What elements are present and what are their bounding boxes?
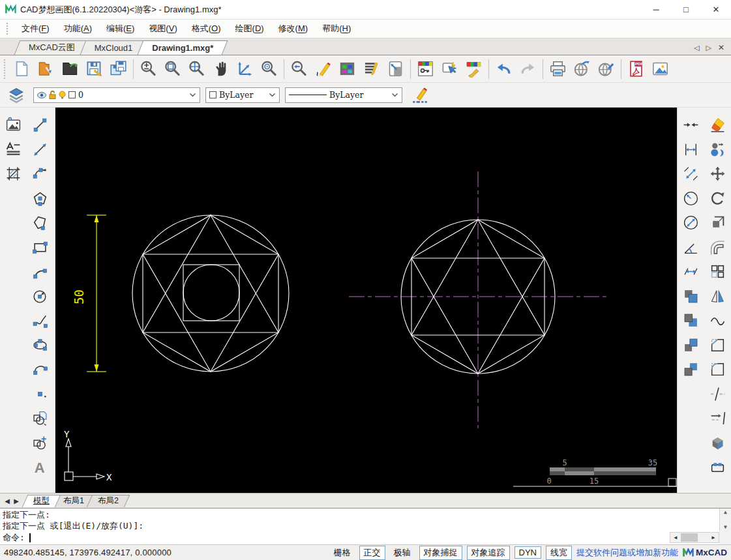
tab-close-icon[interactable]: ✕ bbox=[718, 43, 724, 52]
layers-button[interactable] bbox=[4, 83, 28, 107]
block-insert-button[interactable] bbox=[29, 406, 52, 431]
zoom-window-button[interactable] bbox=[160, 57, 185, 81]
break-button[interactable] bbox=[707, 382, 729, 407]
ellipse-button[interactable] bbox=[29, 333, 52, 358]
web-publish-button[interactable] bbox=[570, 57, 594, 81]
line-button[interactable] bbox=[29, 113, 52, 138]
pan-button[interactable] bbox=[209, 57, 233, 81]
text-format-button[interactable] bbox=[3, 138, 25, 162]
page-setup-button[interactable] bbox=[383, 57, 408, 81]
polyline-edit-button[interactable] bbox=[707, 308, 729, 333]
open-folder-button[interactable] bbox=[58, 57, 82, 81]
pdf-export-button[interactable]: PDF bbox=[624, 57, 648, 81]
doc-tab-1[interactable]: MxCloud1 bbox=[83, 40, 145, 55]
draw-pencil-button[interactable] bbox=[311, 57, 335, 81]
linewidth-button[interactable] bbox=[408, 83, 432, 107]
open-drawing-button[interactable] bbox=[34, 57, 58, 81]
status-toggle-4[interactable]: 对象追踪 bbox=[467, 546, 510, 560]
web-open-button[interactable] bbox=[594, 57, 618, 81]
menu-item-4[interactable]: 格式(O) bbox=[185, 20, 228, 37]
move-button[interactable] bbox=[707, 162, 729, 186]
dim-join-button[interactable] bbox=[680, 113, 702, 138]
command-hscrollbar[interactable]: ◀ ▶ bbox=[670, 532, 719, 543]
copy-button[interactable] bbox=[707, 138, 729, 162]
layer-manager-button[interactable] bbox=[413, 57, 438, 81]
layout-tab-2[interactable]: 布局2 bbox=[89, 495, 127, 507]
stretch-button[interactable] bbox=[707, 455, 729, 480]
menu-item-3[interactable]: 视图(V) bbox=[142, 20, 184, 37]
zoom-extents-button[interactable] bbox=[185, 57, 209, 81]
arc-button[interactable] bbox=[29, 162, 52, 186]
mirror-button[interactable] bbox=[707, 284, 729, 309]
layout-prev-arrow[interactable]: ◀ bbox=[3, 497, 12, 505]
linetype-dropdown-chevron[interactable] bbox=[389, 93, 400, 98]
polyline-button[interactable] bbox=[29, 211, 52, 235]
status-toggle-0[interactable]: 栅格 bbox=[330, 546, 355, 559]
scroll-left-icon[interactable]: ◀ bbox=[670, 535, 681, 540]
dim-linear-button[interactable] bbox=[680, 138, 702, 162]
polygon-button[interactable] bbox=[29, 186, 52, 211]
drawing-canvas[interactable]: 50 bbox=[55, 108, 677, 493]
color-palette-button[interactable] bbox=[335, 57, 359, 81]
format-brush-button[interactable] bbox=[462, 57, 486, 81]
redo-button[interactable] bbox=[516, 57, 540, 81]
layer-select[interactable]: 0 bbox=[33, 87, 200, 103]
scroll-down-icon[interactable]: ▼ bbox=[724, 524, 727, 530]
xline-button[interactable] bbox=[29, 138, 52, 162]
ucs-axes-button[interactable] bbox=[233, 57, 257, 81]
print-button[interactable] bbox=[546, 57, 570, 81]
layout-next-arrow[interactable]: ▶ bbox=[12, 497, 21, 505]
doc-tab-2[interactable]: Drawing1.mxg* bbox=[140, 40, 225, 55]
new-file-button[interactable] bbox=[10, 57, 34, 81]
undo-button[interactable] bbox=[492, 57, 516, 81]
point-button[interactable] bbox=[29, 382, 52, 407]
status-toggle-6[interactable]: 线宽 bbox=[546, 546, 572, 560]
hscroll-thumb[interactable] bbox=[681, 533, 698, 542]
spline-button[interactable] bbox=[29, 308, 52, 333]
erase-button[interactable] bbox=[707, 113, 729, 138]
zoom-previous-button[interactable] bbox=[287, 57, 311, 81]
circle-button[interactable] bbox=[29, 284, 52, 309]
zoom-scale-button[interactable] bbox=[136, 57, 160, 81]
dim-rotated-button[interactable] bbox=[680, 259, 702, 284]
zoom-center-button[interactable] bbox=[257, 57, 281, 81]
draworder-below-button[interactable] bbox=[680, 357, 702, 382]
linetype-select[interactable]: ByLayer bbox=[285, 87, 402, 103]
menu-item-1[interactable]: 功能(A) bbox=[57, 20, 99, 37]
color-dropdown-chevron[interactable] bbox=[267, 93, 278, 98]
layout-tab-0[interactable]: 模型 bbox=[25, 495, 58, 507]
tab-scroll-right-icon[interactable]: ▷ bbox=[706, 44, 711, 52]
text-button[interactable]: A bbox=[29, 455, 52, 480]
draworder-above-button[interactable] bbox=[680, 333, 702, 358]
close-button[interactable]: ✕ bbox=[701, 0, 731, 19]
block-create-button[interactable] bbox=[29, 431, 52, 456]
draworder-back-button[interactable] bbox=[680, 308, 702, 333]
chamfer-button[interactable] bbox=[707, 333, 729, 358]
dim-aligned-button[interactable] bbox=[680, 162, 702, 186]
draworder-front-button[interactable] bbox=[680, 284, 702, 309]
menu-item-5[interactable]: 绘图(D) bbox=[228, 20, 271, 37]
status-toggle-1[interactable]: 正交 bbox=[359, 546, 385, 560]
command-vscrollbar[interactable]: ▲ ▼ bbox=[719, 508, 731, 531]
dim-angular-button[interactable] bbox=[680, 235, 702, 260]
save-button[interactable] bbox=[82, 57, 106, 81]
quick-select-button[interactable] bbox=[438, 57, 462, 81]
rotate-button[interactable] bbox=[707, 186, 729, 211]
scroll-up-icon[interactable]: ▲ bbox=[724, 509, 727, 515]
minimize-button[interactable]: ─ bbox=[641, 0, 671, 19]
box-3d-button[interactable] bbox=[707, 431, 729, 456]
layer-dropdown-chevron[interactable] bbox=[187, 93, 198, 98]
tab-scroll-left-icon[interactable]: ◁ bbox=[694, 44, 699, 52]
scroll-right-icon[interactable]: ▶ bbox=[708, 535, 719, 540]
menu-item-2[interactable]: 编辑(E) bbox=[99, 20, 142, 37]
hatch-button[interactable] bbox=[3, 162, 25, 186]
insert-image-button[interactable] bbox=[648, 57, 672, 81]
status-toggle-2[interactable]: 极轴 bbox=[390, 546, 415, 559]
status-toggle-3[interactable]: 对象捕捉 bbox=[419, 546, 462, 560]
doc-tab-0[interactable]: MxCAD云图 bbox=[17, 40, 87, 55]
status-toggle-5[interactable]: DYN bbox=[515, 546, 541, 559]
feedback-link[interactable]: 提交软件问题或增加新功能 bbox=[576, 547, 678, 559]
image-tool-button[interactable] bbox=[3, 113, 25, 138]
array-button[interactable] bbox=[707, 259, 729, 284]
rectangle-button[interactable] bbox=[29, 235, 52, 260]
